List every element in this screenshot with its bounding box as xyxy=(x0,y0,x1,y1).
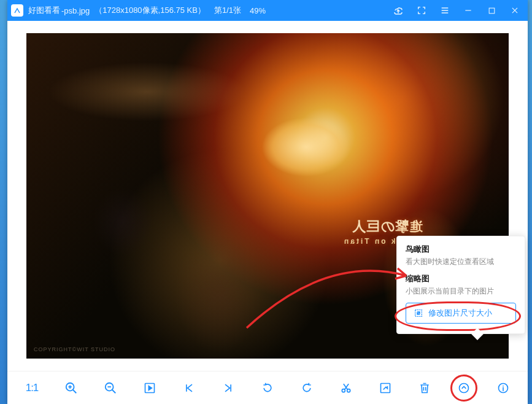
app-name: 好图看看 xyxy=(28,5,60,16)
next-button[interactable] xyxy=(219,379,237,397)
rotate-left-button[interactable] xyxy=(258,379,277,397)
bottom-toolbar: 1:1 xyxy=(7,371,528,404)
more-options-button[interactable] xyxy=(455,379,473,397)
rotate-right-button[interactable] xyxy=(298,379,316,397)
menu-icon[interactable] xyxy=(436,0,454,21)
zoom-out-button[interactable] xyxy=(101,379,120,397)
upload-icon[interactable] xyxy=(389,0,407,21)
svg-point-8 xyxy=(460,383,469,392)
birdview-desc: 看大图时快速定位查看区域 xyxy=(406,257,516,267)
minimize-button[interactable] xyxy=(459,0,477,21)
app-logo xyxy=(11,4,23,17)
more-options-popup: 鸟瞰图 看大图时快速定位查看区域 缩略图 小图展示当前目录下的图片 修改图片尺寸… xyxy=(396,236,525,334)
image-dimensions: （1728x1080像素,156.75 KB） xyxy=(94,5,206,16)
thumbnail-title: 缩略图 xyxy=(406,273,516,284)
resize-image-button[interactable]: 修改图片尺寸大小 xyxy=(406,303,516,324)
zoom-level: 49% xyxy=(250,6,266,15)
info-button[interactable] xyxy=(494,379,512,397)
close-button[interactable] xyxy=(506,0,524,21)
previous-button[interactable] xyxy=(180,379,198,397)
thumbnail-section[interactable]: 缩略图 小图展示当前目录下的图片 xyxy=(406,273,516,297)
crop-button[interactable] xyxy=(337,379,355,397)
resize-image-label: 修改图片尺寸大小 xyxy=(428,308,492,319)
page-indicator: 第1/1张 xyxy=(214,5,241,16)
image-viewport[interactable]: 進撃の巨人 Attack on Titan COPYRIGHT©WIT STUD… xyxy=(7,21,528,371)
titlebar: 好图看看 -psb.jpg （1728x1080像素,156.75 KB） 第1… xyxy=(7,0,528,21)
birdview-title: 鸟瞰图 xyxy=(406,244,516,255)
poster-copyright: COPYRIGHT©WIT STUDIO xyxy=(34,346,115,352)
file-name: -psb.jpg xyxy=(61,6,90,15)
svg-rect-0 xyxy=(489,8,495,14)
delete-button[interactable] xyxy=(415,379,434,397)
birdview-section[interactable]: 鸟瞰图 看大图时快速定位查看区域 xyxy=(406,244,516,267)
maximize-button[interactable] xyxy=(482,0,501,21)
actual-size-button[interactable]: 1:1 xyxy=(23,379,41,397)
fullscreen-icon[interactable] xyxy=(412,0,431,21)
zoom-in-button[interactable] xyxy=(62,379,80,397)
thumbnail-desc: 小图展示当前目录下的图片 xyxy=(406,286,516,297)
app-window: 好图看看 -psb.jpg （1728x1080像素,156.75 KB） 第1… xyxy=(7,0,528,404)
edit-button[interactable] xyxy=(376,379,395,397)
slideshow-button[interactable] xyxy=(141,379,159,397)
